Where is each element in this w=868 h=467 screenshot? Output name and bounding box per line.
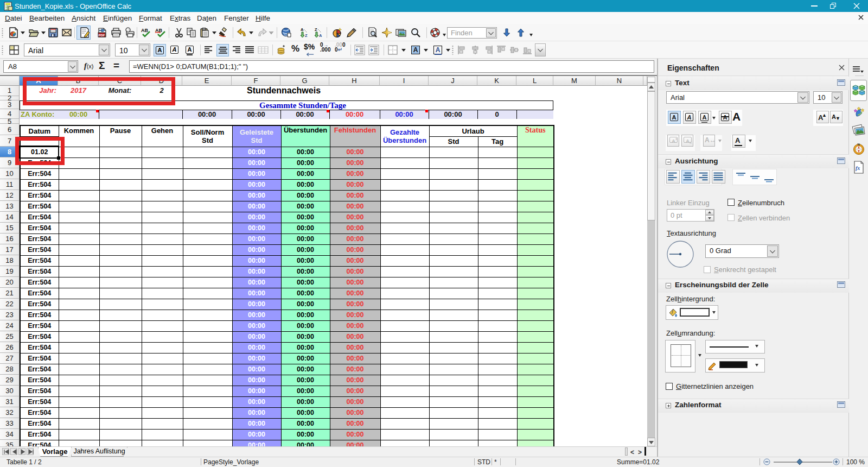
- svg-text:A: A: [319, 33, 322, 38]
- svg-text:A: A: [301, 27, 304, 32]
- svg-text:AB: AB: [141, 28, 148, 33]
- svg-text:Z: Z: [305, 33, 308, 38]
- svg-text:N: N: [858, 143, 860, 146]
- svg-text:fx: fx: [856, 165, 860, 171]
- svg-text:PDF: PDF: [99, 34, 105, 37]
- svg-text:Z: Z: [315, 27, 317, 32]
